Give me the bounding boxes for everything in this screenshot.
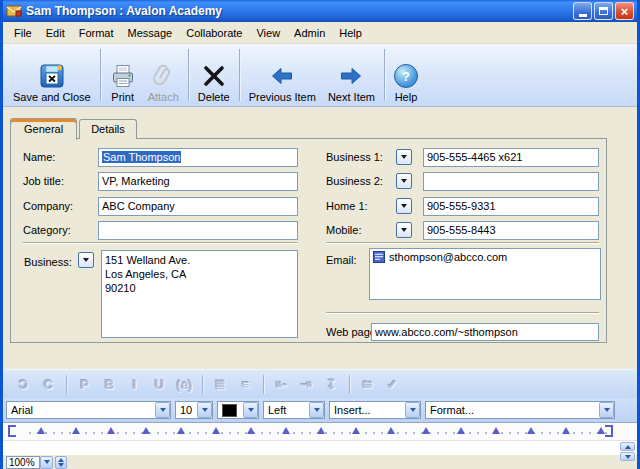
- insert-value: Insert...: [334, 404, 371, 416]
- ruler-tabstop: [142, 427, 150, 434]
- name-field[interactable]: Sam Thompson: [98, 148, 298, 167]
- menu-format[interactable]: Format: [72, 25, 121, 41]
- business-address-field[interactable]: 151 Welland Ave. Los Angeles, CA 90210: [101, 250, 298, 338]
- category-label: Category:: [23, 224, 71, 236]
- menu-file[interactable]: File: [7, 25, 39, 41]
- menu-view[interactable]: View: [249, 25, 287, 41]
- font-color-select[interactable]: [217, 401, 259, 419]
- save-and-close-label: Save and Close: [13, 91, 91, 103]
- separator: [326, 312, 599, 314]
- tab-strip: General Details: [10, 115, 139, 139]
- business-address-dropdown-button[interactable]: [78, 252, 94, 268]
- window-icon: [6, 3, 22, 19]
- home1-dropdown-button[interactable]: [396, 198, 412, 214]
- previous-item-button[interactable]: Previous Item: [243, 47, 322, 105]
- maximize-icon: [599, 7, 608, 15]
- tab-details[interactable]: Details: [79, 119, 137, 139]
- arrow-left-icon: [270, 61, 294, 91]
- scroll-down-button[interactable]: [620, 452, 635, 461]
- next-item-button[interactable]: Next Item: [322, 47, 381, 105]
- menu-help[interactable]: Help: [332, 25, 369, 41]
- insert-select[interactable]: Insert...: [329, 401, 421, 419]
- toolbar-separator: [100, 49, 101, 101]
- ruler-tabstop: [107, 427, 115, 434]
- ruler: [3, 422, 637, 440]
- format-select[interactable]: Format...: [425, 401, 615, 419]
- business-address-label: Business:: [24, 256, 72, 268]
- help-button[interactable]: ? Help: [388, 47, 424, 105]
- company-field[interactable]: ABC Company: [98, 197, 298, 216]
- bullet-list-icon: ≣: [208, 377, 233, 392]
- next-item-label: Next Item: [328, 91, 375, 103]
- business1-dropdown-button[interactable]: [396, 149, 412, 165]
- mobile-field[interactable]: 905-555-8443: [423, 221, 599, 240]
- chevron-down-icon: [309, 402, 324, 418]
- help-icon: ?: [394, 61, 418, 91]
- business2-dropdown-button[interactable]: [396, 173, 412, 189]
- job-title-field[interactable]: VP, Marketing: [98, 172, 298, 191]
- zoom-level[interactable]: 100%: [6, 456, 40, 469]
- ruler-tabstop: [457, 427, 465, 434]
- window-title: Sam Thompson : Avalon Academy: [26, 4, 569, 18]
- ruler-tabstop: [247, 427, 255, 434]
- close-button[interactable]: ×: [615, 2, 634, 20]
- ruler-tabstop: [387, 427, 395, 434]
- ruler-tabstop: [177, 427, 185, 434]
- scroll-up-button[interactable]: [620, 442, 635, 451]
- category-field[interactable]: [98, 221, 298, 240]
- print-button[interactable]: Print: [104, 47, 142, 105]
- minimize-button[interactable]: [573, 2, 592, 20]
- email-list[interactable]: sthompson@abcco.com: [369, 248, 601, 300]
- selected-text: Sam Thompson: [102, 151, 181, 163]
- redo-icon: C: [36, 377, 61, 392]
- zoom-dropdown-button[interactable]: [40, 456, 53, 469]
- ruler-tabstop: [352, 427, 360, 434]
- window: Sam Thompson : Avalon Academy × File Edi…: [0, 0, 640, 469]
- business1-label: Business 1:: [326, 151, 383, 163]
- save-and-close-button[interactable]: Save and Close: [7, 47, 97, 105]
- toolbar-separator: [239, 49, 240, 101]
- tab-content-area: General Details Name: Sam Thompson Job t…: [3, 107, 637, 369]
- font-family-select[interactable]: Arial: [6, 401, 171, 419]
- font-size-value: 10: [180, 404, 192, 416]
- alignment-value: Left: [268, 404, 286, 416]
- menu-collaborate[interactable]: Collaborate: [179, 25, 249, 41]
- italic-icon: I: [122, 377, 147, 392]
- main-toolbar: Save and Close Print A: [3, 44, 637, 107]
- email-item-icon: [373, 251, 385, 263]
- toolbar-separator: [188, 49, 189, 101]
- menu-edit[interactable]: Edit: [39, 25, 72, 41]
- ruler-tabstop: [37, 427, 45, 434]
- business1-field[interactable]: 905-555-4465 x621: [423, 148, 599, 167]
- message-body-area[interactable]: [3, 440, 637, 454]
- mobile-label: Mobile:: [326, 224, 361, 236]
- toolbar-separator: [349, 375, 350, 394]
- ruler-tabstop: [317, 427, 325, 434]
- minimize-icon: [579, 14, 587, 17]
- delete-button[interactable]: Delete: [192, 47, 236, 105]
- font-size-select[interactable]: 10: [175, 401, 213, 419]
- menu-admin[interactable]: Admin: [287, 25, 332, 41]
- numbered-list-icon: ≡: [233, 377, 258, 392]
- toolbar-separator: [384, 49, 385, 101]
- tab-general[interactable]: General: [10, 118, 77, 140]
- ruler-tabstop: [212, 427, 220, 434]
- web-page-field[interactable]: www.abcco.com/~sthompson: [371, 323, 599, 341]
- separator: [326, 242, 599, 244]
- zoom-spinner[interactable]: [55, 456, 67, 469]
- ruler-tabstop: [597, 427, 605, 434]
- contact-form-panel: Name: Sam Thompson Job title: VP, Market…: [10, 138, 607, 343]
- mini-scrollbar: [620, 442, 635, 461]
- ruler-tabstop: [282, 427, 290, 434]
- signature-icon: ≋: [355, 377, 380, 392]
- separator: [23, 242, 298, 244]
- business2-field[interactable]: [423, 172, 599, 191]
- alignment-select[interactable]: Left: [263, 401, 325, 419]
- job-title-label: Job title:: [23, 175, 64, 187]
- menu-message[interactable]: Message: [121, 25, 180, 41]
- home1-field[interactable]: 905-555-9331: [423, 197, 599, 216]
- attach-button[interactable]: Attach: [142, 47, 185, 105]
- mobile-dropdown-button[interactable]: [396, 222, 412, 238]
- maximize-button[interactable]: [594, 2, 613, 20]
- ruler-left-margin-marker: [8, 425, 16, 437]
